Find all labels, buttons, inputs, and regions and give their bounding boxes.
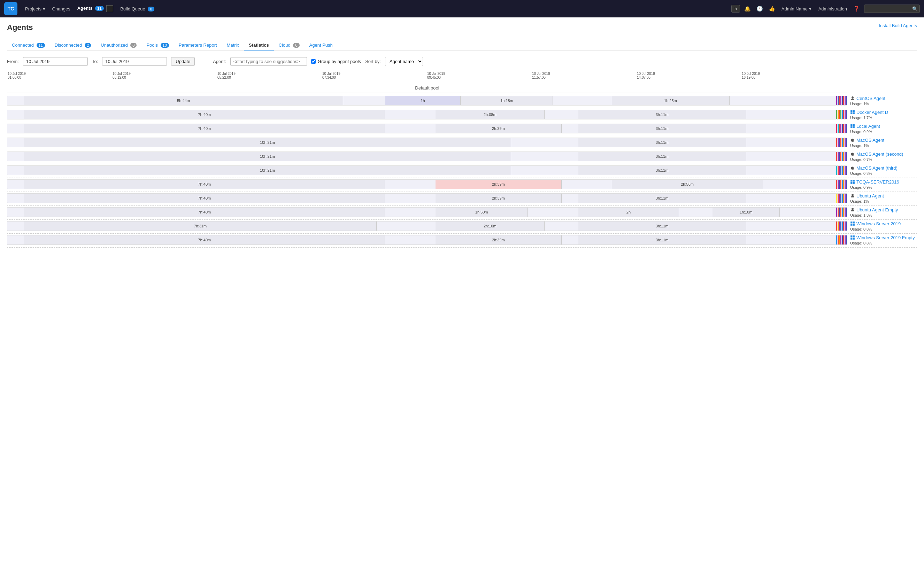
mini-bar <box>845 124 846 133</box>
svg-rect-7 <box>850 127 852 128</box>
nav-thumbsup-icon[interactable]: 👍 <box>767 4 777 13</box>
tab-unauthorized[interactable]: Unauthorized 0 <box>96 40 142 51</box>
nav-projects[interactable]: Projects ▾ <box>23 5 47 13</box>
agent-search-input[interactable] <box>230 57 307 66</box>
mini-bar <box>845 194 846 203</box>
tab-agent-push[interactable]: Agent Push <box>305 40 338 51</box>
tick-0: 10 Jul 2019 01:00:00 <box>8 72 112 79</box>
tc-logo[interactable]: TC <box>4 2 17 15</box>
nav-agents-badge: 11 <box>95 6 104 11</box>
agent-name-link[interactable]: CentOS Agent <box>856 96 885 101</box>
bar-segment: 2h:56m <box>612 180 763 189</box>
agent-name-link[interactable]: MacOS Agent <box>856 138 884 143</box>
tab-pools-badge: 10 <box>161 43 169 48</box>
svg-rect-18 <box>853 224 855 226</box>
agent-row: 7h:40m2h:39m2h:56mTCQA-SERVER2016Usage: … <box>7 178 917 192</box>
install-build-agents-link[interactable]: Install Build Agents <box>879 23 917 28</box>
svg-rect-8 <box>853 127 855 128</box>
nav-clock-icon[interactable]: 🕐 <box>755 4 764 13</box>
tick-4: 10 Jul 2019 09:45:00 <box>427 72 532 79</box>
mini-bar <box>836 152 837 161</box>
agent-name-link[interactable]: Ubuntu Agent Empty <box>856 207 898 212</box>
tab-connected[interactable]: Connected 11 <box>7 40 50 51</box>
mini-bars <box>836 221 847 231</box>
tab-statistics[interactable]: Statistics <box>244 40 274 51</box>
nav-queue-badge: 0 <box>148 7 154 12</box>
bar-segment: 7h:40m <box>24 180 385 189</box>
mini-bar <box>842 96 843 105</box>
svg-rect-16 <box>853 221 855 223</box>
bar-segment: 3h:11m <box>578 166 746 175</box>
mini-bars <box>836 152 847 161</box>
to-date-input[interactable] <box>102 57 167 66</box>
nav-changes[interactable]: Changes <box>50 5 73 13</box>
from-date-input[interactable] <box>23 57 88 66</box>
mini-bar <box>836 208 837 217</box>
timeline-ticks-area: 10 Jul 2019 01:00:00 10 Jul 2019 03:12:0… <box>7 72 847 83</box>
mini-bar <box>838 138 839 147</box>
mini-bar <box>843 208 844 217</box>
mini-bar <box>836 221 837 231</box>
agent-bar-wrap: 7h:31m2h:10m3h:11m <box>7 221 847 231</box>
tab-parameters-report[interactable]: Parameters Report <box>174 40 222 51</box>
mini-bar <box>843 166 844 175</box>
mini-bar <box>839 208 840 217</box>
bar-segment: 3h:11m <box>578 152 746 161</box>
svg-rect-15 <box>850 221 852 223</box>
nav-run-icon[interactable]: 🔔 <box>743 4 752 13</box>
agent-name-link[interactable]: Windows Server 2019 <box>856 221 901 226</box>
mini-bar <box>838 208 839 217</box>
tab-disconnected[interactable]: Disconnected 2 <box>50 40 96 51</box>
mini-bars <box>836 110 847 119</box>
agent-name-link[interactable]: Windows Server 2019 Empty <box>856 235 915 240</box>
agent-name-link[interactable]: TCQA-SERVER2016 <box>856 180 899 184</box>
mini-bar <box>843 221 844 231</box>
nav-help-icon[interactable]: ❓ <box>852 4 861 13</box>
tab-cloud[interactable]: Cloud 0 <box>274 40 305 51</box>
group-by-pools-label: Group by agent pools <box>318 59 361 64</box>
nav-administration[interactable]: Administration <box>816 5 849 13</box>
tab-pools[interactable]: Pools 10 <box>142 40 173 51</box>
agent-row: 10h:21m3h:11mMacOS AgentUsage: 1% <box>7 136 917 150</box>
nav-buildqueue[interactable]: Build Queue 0 <box>118 5 156 13</box>
mini-bar <box>838 166 839 175</box>
mini-bar <box>839 138 840 147</box>
svg-rect-2 <box>853 110 855 112</box>
sort-select[interactable]: Agent name <box>385 57 423 66</box>
agent-name-link[interactable]: Docker Agent D <box>856 110 888 115</box>
nav-admin-name[interactable]: Admin Name ▾ <box>779 5 813 13</box>
agent-name-link[interactable]: Local Agent <box>856 124 880 129</box>
bar-segment: 2h:39m <box>436 124 562 133</box>
windows-icon <box>850 222 855 227</box>
global-search-input[interactable] <box>864 5 920 13</box>
bar-segment: 3h:11m <box>578 110 746 119</box>
mini-bar <box>838 96 839 105</box>
tick-1: 10 Jul 2019 03:12:00 <box>112 72 218 79</box>
mini-bar <box>839 96 840 105</box>
mini-bar <box>836 110 837 119</box>
update-button[interactable]: Update <box>171 57 195 66</box>
nav-agents[interactable]: Agents 11 <box>75 4 116 13</box>
svg-rect-17 <box>850 224 852 226</box>
bar-segment: 2h:08m <box>436 110 544 119</box>
agent-usage: Usage: 1% <box>850 143 917 148</box>
mini-bar <box>846 152 847 161</box>
mini-bar <box>843 110 844 119</box>
mini-bar <box>836 96 837 105</box>
agent-name-link[interactable]: MacOS Agent (third) <box>856 165 898 171</box>
group-by-pools-checkbox[interactable] <box>311 59 316 64</box>
agent-name-link[interactable]: Ubuntu Agent <box>856 193 884 199</box>
mini-bar <box>846 221 847 231</box>
agent-row: 7h:40m2h:39m3h:11mLocal AgentUsage: 0.9% <box>7 122 917 136</box>
pool-header-spacer <box>847 83 917 94</box>
mini-bar <box>838 194 839 203</box>
tab-cloud-badge: 0 <box>293 43 299 48</box>
agent-usage: Usage: 0.9% <box>850 185 917 189</box>
agent-name-link[interactable]: MacOS Agent (second) <box>856 152 903 157</box>
mini-bars <box>836 236 847 244</box>
mini-bar <box>840 96 842 105</box>
mini-bar <box>845 110 846 119</box>
bar-segment: 2h:10m <box>436 221 544 231</box>
mini-bar <box>845 221 846 231</box>
tab-matrix[interactable]: Matrix <box>222 40 244 51</box>
